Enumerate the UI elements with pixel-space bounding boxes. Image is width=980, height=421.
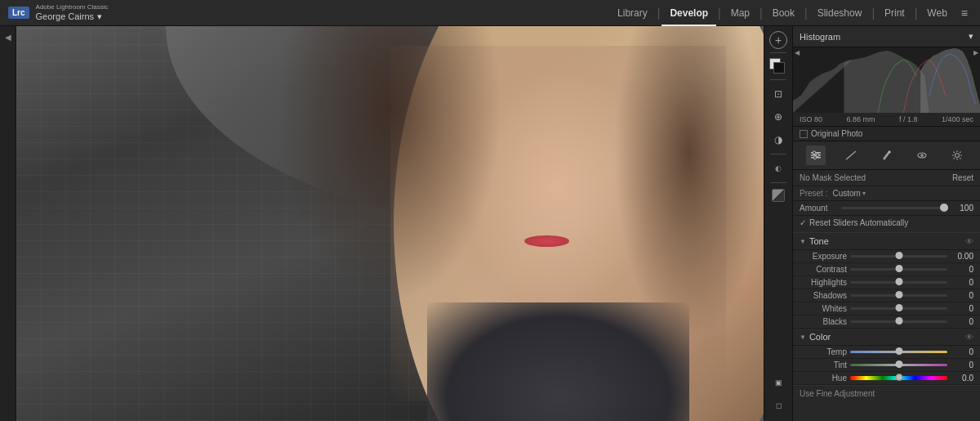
more-menu-icon[interactable]: ≡ [957,7,972,20]
black-square [773,62,785,74]
tone-section-header[interactable]: ▼ Tone 👁 [793,233,980,250]
svg-marker-0 [793,60,853,113]
focal-value: 6.86 mm [846,115,875,123]
fine-adjustment-row[interactable]: Use Fine Adjustment [793,385,980,401]
reset-sliders-row[interactable]: ✓ Reset Sliders Automatically [793,216,980,233]
photo-area [16,26,764,421]
whites-slider[interactable] [850,307,947,310]
nav-library[interactable]: Library [609,0,656,26]
tool-separator [770,52,786,53]
grid-view-button[interactable]: ▣ [768,372,789,393]
shadows-slider[interactable] [850,294,947,297]
blacks-value: 0 [951,317,973,326]
top-nav: Library | Develop | Map | Book | Slidesh… [609,0,980,26]
color-section-left: ▼ Color [800,332,831,342]
preset-label: Preset : [800,189,827,198]
tint-slider[interactable] [850,364,947,366]
mask-row: No Mask Selected Reset [793,170,980,186]
histogram-header: Histogram ▾ [793,26,980,47]
histogram-highlight-clip[interactable]: ▶ [973,49,978,56]
blacks-thumb [895,317,902,325]
svg-point-11 [956,154,960,158]
hue-slider[interactable] [850,376,947,380]
blacks-slider[interactable] [850,320,947,323]
contrast-slider[interactable] [850,268,947,271]
preset-value-text: Custom [832,189,860,198]
heal-tool[interactable]: ⊕ [768,106,789,128]
user-block[interactable]: George Cairns ▾ [36,11,109,22]
reset-button[interactable]: Reset [952,173,973,182]
svg-point-10 [920,154,924,157]
nav-develop[interactable]: Develop [662,0,716,26]
svg-point-7 [816,154,819,157]
hue-label: Hue [800,374,847,383]
nav-print[interactable]: Print [876,0,913,26]
gear-settings-icon[interactable] [947,146,967,165]
left-toolbar: ◀ [0,26,16,421]
preset-dropdown[interactable]: Custom ▾ [832,189,865,198]
tool-separator-4 [770,182,786,183]
clothing-area [427,302,688,421]
user-chevron[interactable]: ▾ [97,11,102,22]
amount-row: Amount 100 [793,201,980,216]
app-logo: Lrc Adobe Lightroom Classic George Cairn… [0,3,117,22]
highlights-thumb [895,278,902,285]
histogram-title: Histogram [800,32,840,42]
crop-tool[interactable]: ⊡ [768,83,789,105]
histogram-dropdown-icon[interactable]: ▾ [969,31,973,42]
original-photo-row[interactable]: Original Photo [793,127,980,141]
loupe-view-button[interactable]: ◻ [768,395,789,416]
svg-marker-2 [920,48,980,113]
color-swatch-tool[interactable] [769,58,787,74]
color-collapse-icon: ▼ [800,334,806,341]
highlights-row: Highlights 0 [793,276,980,289]
temp-value: 0 [951,347,973,356]
fine-adjustment-label: Use Fine Adjustment [800,389,875,398]
nav-slideshow[interactable]: Slideshow [809,0,871,26]
basic-panel-icon[interactable] [806,146,826,165]
blacks-label: Blacks [800,317,847,326]
mask-label: No Mask Selected [800,173,866,182]
contrast-row: Contrast 0 [793,263,980,276]
topbar: Lrc Adobe Lightroom Classic George Cairn… [0,0,980,26]
tone-curve-icon[interactable] [841,146,861,165]
tools-icon-row [793,141,980,170]
temp-slider[interactable] [850,351,947,353]
color-section-label: Color [809,332,831,342]
histogram-shadow-clip[interactable]: ◀ [795,49,800,56]
exposure-value: 0.00 [951,252,973,261]
exposure-slider[interactable] [850,255,947,258]
nav-book[interactable]: Book [764,0,803,26]
adobe-lightroom-label: Adobe Lightroom Classic [36,3,109,11]
temp-row: Temp 0 [793,346,980,359]
tone-visibility-icon[interactable]: 👁 [965,237,973,246]
original-photo-checkbox[interactable] [800,130,808,138]
shadows-row: Shadows 0 [793,289,980,302]
hue-value: 0.0 [951,374,973,383]
color-visibility-icon[interactable]: 👁 [965,333,973,342]
highlights-slider[interactable] [850,281,947,284]
tool-separator-2 [770,79,786,80]
preset-row: Preset : Custom ▾ [793,186,980,201]
contrast-thumb [895,265,902,272]
shadows-label: Shadows [800,291,847,300]
contrast-value: 0 [951,265,973,274]
before-after-tool[interactable] [769,186,787,204]
user-name: George Cairns [36,11,95,22]
mask-tool[interactable]: ◑ [768,129,789,150]
shadows-thumb [895,291,902,298]
add-tool-button[interactable]: + [769,31,787,49]
amount-slider[interactable] [841,207,948,209]
whites-label: Whites [800,304,847,313]
temp-label: Temp [800,347,847,356]
brush-icon[interactable] [876,146,896,165]
eye-icon[interactable] [912,146,932,165]
temp-thumb [895,347,902,355]
color-section-header[interactable]: ▼ Color 👁 [793,329,980,346]
nav-map[interactable]: Map [723,0,758,26]
nav-web[interactable]: Web [919,0,955,26]
zoom-tool[interactable]: ◐ [768,158,789,179]
left-panel-collapse[interactable]: ◀ [5,33,11,42]
tone-section-label: Tone [809,236,829,246]
svg-point-8 [813,156,817,159]
